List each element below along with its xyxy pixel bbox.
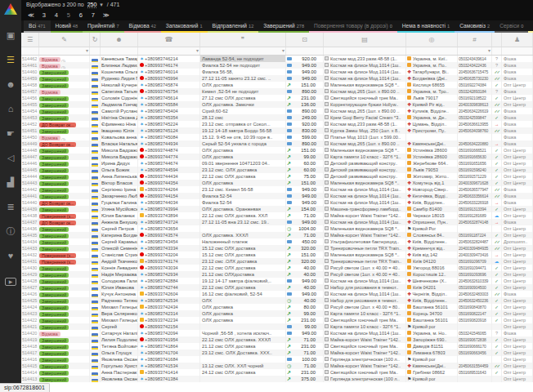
stats-icon[interactable]: ▟ xyxy=(0,173,21,191)
clients-icon[interactable]: ☻ xyxy=(0,75,21,93)
table-row[interactable]: 514438Повернення (з...Юлия Баланюк+38093… xyxy=(21,212,533,219)
table-row[interactable]: 514432Повернення (з...Станіслав Стрижак+… xyxy=(21,252,533,258)
table-row[interactable]: 514434ЗавершенийСергей Карамышев✶+380983… xyxy=(21,238,533,245)
first-page-button[interactable]: ≪ xyxy=(28,10,34,20)
table-row[interactable]: 514444ЗавершенийАнна Липенська+380993744… xyxy=(21,173,533,180)
company-icon[interactable]: ⌂ xyxy=(0,100,21,118)
screen-icon[interactable]: ▣ xyxy=(0,26,21,44)
tab-Відправлений[interactable]: Відправлений12 xyxy=(208,20,259,33)
tab-Нема в наявності[interactable]: Нема в наявності1 xyxy=(397,20,455,33)
table-row[interactable]: 514453ЗавершенийНікітіна Оксана Дми..✶+3… xyxy=(21,114,533,121)
tab-Сервіси[interactable]: Сервіси0 xyxy=(495,20,528,33)
table-row[interactable]: 514455ЗавершенийЛюдмила Гончарова✶+38098… xyxy=(21,101,533,108)
table-row[interactable]: 514418ЗавершенийТетяна Войтович✶+3809837… xyxy=(21,343,533,350)
table-row[interactable]: 514423ЗавершенийВера Скляренко✶+38098374… xyxy=(21,310,533,317)
column-header-comment[interactable]: ❞ xyxy=(200,33,286,47)
table-row[interactable]: 514448ЗавершенийМикола Бадражан+38099374… xyxy=(21,147,533,154)
table-row[interactable]: 514460ЗавершенийКошелева Ольга Ар..✶+380… xyxy=(21,69,533,75)
page-button-4[interactable]: 4 xyxy=(54,10,59,20)
announce-icon[interactable]: ◁ xyxy=(0,149,21,167)
table-row[interactable]: 514458ЗавершенийНиколай Кучеренко✶+38098… xyxy=(21,82,533,88)
table-row[interactable]: 514456ЗавершенийСоломія Сідоніна✶+380983… xyxy=(21,95,533,101)
table-row[interactable]: 514441ЗавершенийЗахарченко Люба+38099374… xyxy=(21,193,533,199)
column-header-location[interactable]: ◎ xyxy=(406,33,458,47)
table-row[interactable]: 514454ЗавершенийСамотій Руслана Во..✶+38… xyxy=(21,108,533,114)
settings-icon[interactable]: ≣ xyxy=(0,198,21,216)
page-size-value[interactable]: 250 xyxy=(87,2,97,8)
table-row[interactable]: 514445ЗавершенийОльга Божик✶+38098374459… xyxy=(21,167,533,173)
filter-caret-icon[interactable]: ▾ xyxy=(282,47,284,55)
orders-list-icon[interactable]: ☰ xyxy=(0,51,21,69)
table-row[interactable]: 514419ЗавершенийЛилия Подолинская+380993… xyxy=(21,336,533,343)
video-icon[interactable]: ▶ xyxy=(0,271,21,289)
column-header-price[interactable]: ⊡ xyxy=(286,33,324,47)
table-row[interactable]: 514421ЗавершенийСергей+38099374215499.00… xyxy=(21,323,533,330)
cell-price: ↗40.00 xyxy=(286,284,324,291)
tab-Запакований[interactable]: Запакований1 xyxy=(161,20,208,33)
table-row[interactable]: 514452ДО Возврат ок...Єфименко Ніна✶+380… xyxy=(21,121,533,127)
filter-caret-icon[interactable]: ▾ xyxy=(488,47,490,55)
chevron-down-icon[interactable]: ▾ xyxy=(100,2,103,7)
table-row[interactable]: 514429ЗавершенийНадія Мерзаєва✶+38098374… xyxy=(21,271,533,278)
column-header-order-id[interactable]: ☰ xyxy=(21,33,39,47)
table-row[interactable]: 514413ЗавершенийЯковлева Оксана✶+3809837… xyxy=(21,376,533,382)
filter-caret-icon[interactable]: ▾ xyxy=(86,47,88,55)
table-row[interactable]: 514450Відмова◷Ковальова анна✶+3809837450… xyxy=(21,134,533,140)
table-row[interactable]: 514414ЗавершенийАнна Пастернак+380933741… xyxy=(21,369,533,376)
table-row[interactable]: 514457ВідмоваСапегина Татьяна С..+380993… xyxy=(21,88,533,95)
tab-Відмова[interactable]: Відмова42 xyxy=(124,20,161,33)
table-row[interactable]: 514424ЗавершенийМихаил Гилецький+3809337… xyxy=(21,304,533,310)
tab-Новий[interactable]: Новий48 xyxy=(51,20,83,33)
table-row[interactable]: 514420ВідмоваСитарчук Наталія Гр..✶+3809… xyxy=(21,330,533,336)
table-row[interactable]: 514436ЗавершенийСергей Петров✶+380983743… xyxy=(21,225,533,232)
tab-Всі[interactable]: Всі471 xyxy=(24,20,51,33)
table-row[interactable]: 514443ЗавершенийВіктор Власов+3809937443… xyxy=(21,180,533,186)
filter-caret-icon[interactable]: ▾ xyxy=(196,47,199,55)
page-button-7[interactable]: 7 xyxy=(91,10,96,20)
tab-Прийнятий[interactable]: Прийнятий7 xyxy=(83,20,124,33)
table-row[interactable]: 514446ЗавершенийИрина Дидух✶+38098374467… xyxy=(21,160,533,167)
table-row[interactable]: 514449ДО Возврат ок...Власюк Наталья✶+38… xyxy=(21,140,533,147)
page-button-3[interactable]: 3 xyxy=(42,10,47,20)
tab-Самовивіз[interactable]: Самовивіз2 xyxy=(455,20,495,33)
table-row[interactable]: 514422ЗавершенийМихаил Гилецький+3809337… xyxy=(21,317,533,323)
table-row[interactable]: 514431Повернення (з...Андрій Ткаченко+38… xyxy=(21,258,533,265)
page-button-6[interactable]: 6 xyxy=(78,10,83,20)
column-header-refresh[interactable]: ↻ xyxy=(90,33,101,47)
kyivstar-icon: ✶ xyxy=(140,239,144,244)
table-row[interactable]: 514461Відмова◷Близнюк Людмила ..+3809937… xyxy=(21,62,533,69)
table-row[interactable]: 514440ДО Возврат ок...Гуцалюк Галина✶+38… xyxy=(21,199,533,206)
table-row[interactable]: 514417ЗавершенийОльга Глущук✶+3809837417… xyxy=(21,350,533,356)
table-row[interactable]: 514426ЗавершенийКучук Антонина+380933742… xyxy=(21,291,533,297)
table-row[interactable]: 514439ЗавершенийУляна Мусійовська✶+38098… xyxy=(21,206,533,212)
table-row[interactable]: 514427ЗавершенийЮлия Иванова✶+3809837427… xyxy=(21,284,533,291)
table-row[interactable]: 514462Відмова◷Каневська Тамара ..✶+38098… xyxy=(21,56,533,62)
column-header-product[interactable]: ▤ xyxy=(324,33,406,47)
tab-В дорозі додому[interactable]: В дорозі додому0 xyxy=(528,20,533,33)
tab-Завершений[interactable]: Завершений278 xyxy=(258,20,309,33)
last-page-button[interactable]: ≫ xyxy=(103,10,110,20)
column-header-client[interactable]: ☻ xyxy=(101,33,138,47)
table-row[interactable]: 514435ЗавершенийКатерина Богданова+38099… xyxy=(21,232,533,238)
table-row[interactable]: 514459ЗавершенийРуденко Лидия Пав..+3809… xyxy=(21,75,533,82)
column-header-source[interactable]: ♟ xyxy=(502,33,533,47)
table-row[interactable]: 514447ЗавершенийМикола Бадражан+38099374… xyxy=(21,154,533,160)
info-icon[interactable]: ⓘ xyxy=(0,222,21,240)
favorites-icon[interactable]: ♥ xyxy=(0,247,21,265)
table-row[interactable]: 514425ЗавершенийРадченко Тетяна✶+3809837… xyxy=(21,297,533,304)
table-row[interactable]: 514430ЗавершенийКсенія Левадняя+38099374… xyxy=(21,265,533,271)
table-row[interactable]: 514451ЗавершенийІващенко Юлія✶+380983745… xyxy=(21,127,533,134)
column-header-status[interactable]: ✎ xyxy=(39,33,90,47)
column-header-phone[interactable]: ☎ xyxy=(138,33,200,47)
table-row[interactable]: 514428ЗавершенийСолодкова Галина В..✶+38… xyxy=(21,278,533,284)
payouts-icon[interactable]: ☛ xyxy=(0,124,21,142)
column-header-tracking[interactable]: # xyxy=(458,33,492,47)
tab-Повернення товару (в дорозі)[interactable]: Повернення товару (в дорозі)0 xyxy=(309,20,397,33)
column-header-track-status[interactable] xyxy=(492,33,502,47)
table-row[interactable]: 514416ЗавершенийЯковлева Оксана✶+3809837… xyxy=(21,356,533,363)
table-row[interactable]: 514437ДО Возврат ок...Анжела Безушку✶+38… xyxy=(21,219,533,225)
table-row[interactable]: 514442ЗавершенийСергієнко Ірина Ми..+380… xyxy=(21,186,533,193)
page-button-5[interactable]: 5 xyxy=(66,10,71,20)
table-row[interactable]: 514415ЗавершенийГоргулько Христина..✶+38… xyxy=(21,363,533,369)
table-row[interactable]: 514433ЗавершенийОлексій Семенін✶+3809837… xyxy=(21,245,533,252)
